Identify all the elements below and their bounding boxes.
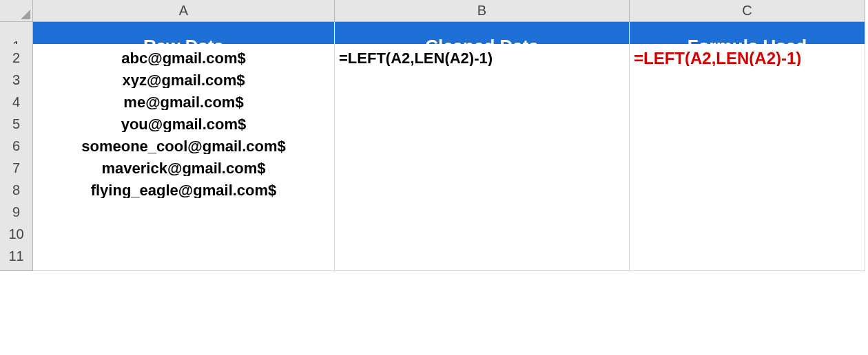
spreadsheet-grid: A B C 1 Raw Data Cleaned Data Formula Us…	[0, 0, 868, 264]
select-all-corner[interactable]	[0, 0, 33, 22]
col-header-B[interactable]: B	[335, 0, 630, 22]
cell-C11[interactable]	[630, 242, 865, 271]
col-header-C[interactable]: C	[630, 0, 865, 22]
row-header-11[interactable]: 11	[0, 242, 33, 271]
cell-A11[interactable]	[33, 242, 335, 271]
cell-B11[interactable]	[335, 242, 630, 271]
col-header-A[interactable]: A	[33, 0, 335, 22]
